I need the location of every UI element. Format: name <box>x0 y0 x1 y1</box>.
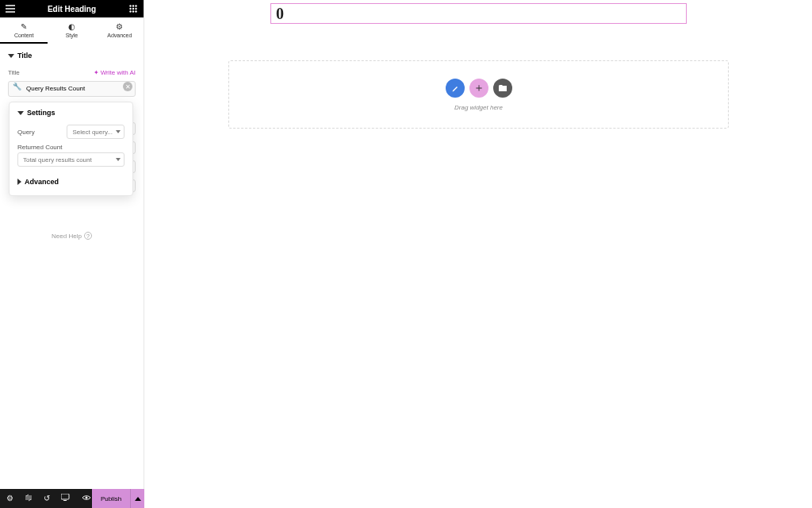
editor-canvas: 0 ＋ Drag widget here <box>144 0 812 508</box>
need-help-label: Need Help <box>52 233 82 240</box>
title-field-row: Title ✦ Write with AI <box>0 69 144 76</box>
svg-point-3 <box>129 8 131 10</box>
write-with-ai-label: Write with AI <box>101 69 136 76</box>
query-label: Query <box>17 129 35 136</box>
write-with-ai-link[interactable]: ✦ Write with AI <box>94 69 136 76</box>
contrast-icon: ◐ <box>68 22 75 31</box>
menu-icon[interactable] <box>5 3 16 14</box>
svg-point-0 <box>129 5 131 6</box>
clear-title-button[interactable]: ✕ <box>123 82 132 91</box>
help-icon: ? <box>84 232 92 240</box>
returned-count-select[interactable]: Total query results count <box>17 152 124 167</box>
need-help-link[interactable]: Need Help ? <box>0 232 144 240</box>
section-action-buttons: ＋ <box>446 79 512 98</box>
heading-text: 0 <box>276 5 284 23</box>
publish-label: Publish <box>101 495 121 502</box>
svg-point-11 <box>86 497 88 499</box>
tab-style[interactable]: ◐ Style <box>48 17 95 44</box>
popover-settings-header[interactable]: Settings <box>17 109 124 117</box>
panel-body: Title Title ✦ Write with AI 🔧 ✕ Need Hel… <box>0 44 144 97</box>
returned-count-label: Returned Count <box>17 144 62 151</box>
svg-rect-9 <box>61 494 69 499</box>
dynamic-settings-popover: Settings Query Select query... Returned … <box>9 102 133 196</box>
responsive-icon[interactable] <box>61 494 71 503</box>
svg-point-6 <box>129 10 131 12</box>
svg-point-7 <box>132 10 134 12</box>
apps-icon[interactable] <box>128 3 139 14</box>
bottom-bar: ⚙ ↺ Publish <box>0 489 144 508</box>
tab-content-label: Content <box>14 33 34 38</box>
add-section-button[interactable]: ＋ <box>469 79 488 98</box>
wrench-icon[interactable]: 🔧 <box>13 83 21 90</box>
tab-advanced-label: Advanced <box>107 33 132 38</box>
sidebar-title: Edit Heading <box>48 5 96 13</box>
caret-right-icon <box>17 179 21 185</box>
tab-advanced[interactable]: ⚙ Advanced <box>96 17 144 44</box>
popover-settings-label: Settings <box>27 109 56 117</box>
svg-point-2 <box>135 5 136 6</box>
sidebar-header: Edit Heading <box>0 0 144 17</box>
add-template-button[interactable] <box>493 79 512 98</box>
returned-count-row: Returned Count <box>17 144 124 151</box>
section-title-header[interactable]: Title <box>0 44 144 66</box>
chevron-down-icon <box>116 158 121 161</box>
publish-options-button[interactable] <box>130 489 144 508</box>
publish-button[interactable]: Publish <box>92 489 130 508</box>
navigator-icon[interactable] <box>25 494 33 503</box>
query-row: Query Select query... <box>17 125 124 139</box>
panel-tabs: ✎ Content ◐ Style ⚙ Advanced <box>0 17 144 44</box>
heading-widget[interactable]: 0 <box>270 3 687 24</box>
title-field-label: Title <box>8 69 20 76</box>
caret-down-icon <box>17 111 24 115</box>
history-icon[interactable]: ↺ <box>44 494 50 503</box>
tab-style-label: Style <box>66 33 79 38</box>
editor-sidebar: Edit Heading ✎ Content ◐ Style ⚙ Advance… <box>0 0 144 508</box>
add-section-ai-button[interactable] <box>446 79 465 98</box>
svg-point-5 <box>135 8 136 10</box>
sparkle-icon: ✦ <box>94 69 99 76</box>
preview-icon[interactable] <box>82 494 91 503</box>
settings-icon[interactable]: ⚙ <box>6 494 13 503</box>
title-input-wrap: 🔧 ✕ <box>8 79 136 97</box>
popover-advanced-header[interactable]: Advanced <box>17 178 124 186</box>
title-input[interactable] <box>8 81 136 97</box>
pencil-icon: ✎ <box>21 22 27 31</box>
section-title-label: Title <box>17 52 32 60</box>
query-select[interactable]: Select query... <box>67 125 124 139</box>
tab-content[interactable]: ✎ Content <box>0 17 48 44</box>
returned-count-value: Total query results count <box>23 156 92 164</box>
svg-point-4 <box>132 8 134 10</box>
svg-rect-10 <box>63 500 67 501</box>
query-select-value: Select query... <box>72 129 113 136</box>
popover-advanced-label: Advanced <box>25 178 59 186</box>
drop-hint: Drag widget here <box>454 104 503 111</box>
svg-point-1 <box>132 5 134 6</box>
svg-point-8 <box>135 10 136 12</box>
empty-section[interactable]: ＋ Drag widget here <box>228 60 729 129</box>
gear-icon: ⚙ <box>116 22 123 31</box>
caret-down-icon <box>8 54 14 58</box>
chevron-down-icon <box>116 130 121 133</box>
